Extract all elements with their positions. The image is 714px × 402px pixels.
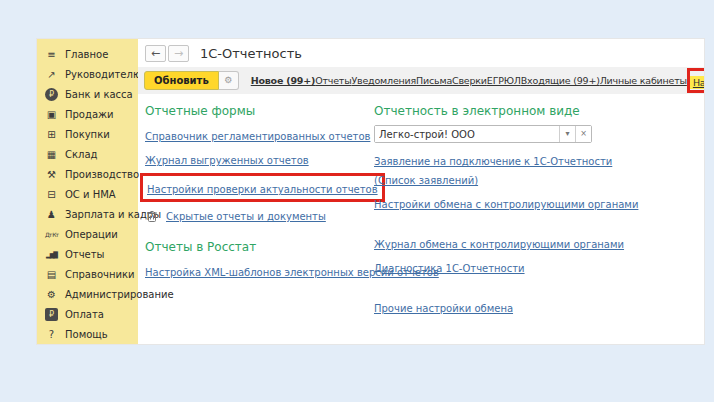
sidebar-item-label: Справочники <box>65 269 135 280</box>
tab-reconciliations[interactable]: Сверки <box>452 75 487 86</box>
tab-notifications[interactable]: Уведомления <box>351 75 416 86</box>
link-uploaded-reports-journal[interactable]: Журнал выгруженных отчетов <box>145 155 309 166</box>
link-report-relevance-check-settings[interactable]: Настройки проверки актуальности отчетов <box>147 184 378 195</box>
hidden-reports-row[interactable]: Скрытые отчеты и документы <box>145 210 374 223</box>
link-other-exchange-settings[interactable]: Прочие настройки обмена <box>374 303 513 314</box>
tab-reports[interactable]: Отчеты <box>315 75 351 86</box>
settings-tab-annotation-box: Настройки <box>687 68 704 93</box>
link-regulated-reports-directory[interactable]: Справочник регламентированных отчетов <box>145 131 370 142</box>
section-title-report-forms: Отчетные формы <box>145 104 374 118</box>
help-icon: ? <box>45 328 58 341</box>
link-1c-reporting-diagnostics[interactable]: Диагностика 1С-Отчетности <box>374 263 525 274</box>
report-forms-column: Отчетные формы Справочник регламентирова… <box>145 101 374 321</box>
link-applications-list[interactable]: (Список заявлений) <box>374 175 478 186</box>
sidebar-item-label: Оплата <box>65 309 104 320</box>
trash-icon <box>146 210 158 223</box>
purchases-icon: ⊞ <box>45 128 58 141</box>
sidebar-item-production[interactable]: ⚒ Производство <box>37 164 138 184</box>
gear-icon: ⚙ <box>45 288 58 301</box>
refresh-button[interactable]: Обновить <box>144 71 219 90</box>
sidebar-item-label: Производство <box>65 169 139 180</box>
sidebar-item-label: Покупки <box>65 129 110 140</box>
sidebar-item-label: Банк и касса <box>65 89 133 100</box>
refresh-settings-gear-icon[interactable]: ⚙ <box>219 71 239 90</box>
sidebar-item-directories[interactable]: ▤ Справочники <box>37 264 138 284</box>
forward-button[interactable]: → <box>168 45 189 62</box>
sidebar-item-payment[interactable]: ₽ Оплата <box>37 304 138 324</box>
clear-icon[interactable]: × <box>575 126 591 142</box>
tab-letters[interactable]: Письма <box>416 75 452 86</box>
sidebar-item-label: ОС и НМА <box>65 189 116 200</box>
link-exchange-journal-authorities[interactable]: Журнал обмена с контролирующими органами <box>374 239 624 250</box>
sidebar-item-warehouse[interactable]: ▦ Склад <box>37 144 138 164</box>
bank-icon: ₽ <box>45 88 58 101</box>
sidebar-item-label: Отчеты <box>65 249 104 260</box>
sidebar-item-bank-cash[interactable]: ₽ Банк и касса <box>37 84 138 104</box>
app-window: ≡ Главное ↗ Руководителю ₽ Банк и касса … <box>36 38 705 345</box>
link-connection-application[interactable]: Заявление на подключение к 1С-Отчетности <box>374 156 612 167</box>
navigation-row: ← → 1С-Отчетность <box>138 39 704 67</box>
person-icon: ♟ <box>45 208 58 221</box>
bar-chart-icon: ▂▆█ <box>45 248 58 261</box>
production-icon: ⚒ <box>45 168 58 181</box>
sidebar-item-operations[interactable]: Дт Кт Операции <box>37 224 138 244</box>
sidebar-item-label: Руководителю <box>65 69 141 80</box>
link-exchange-settings-authorities[interactable]: Настройки обмена с контролирующими орган… <box>374 199 638 210</box>
sidebar-item-label: Главное <box>65 49 108 60</box>
sidebar-item-administration[interactable]: ⚙ Администрирование <box>37 284 138 304</box>
tab-personal-accounts[interactable]: Личные кабинеты <box>600 75 687 86</box>
chart-trend-icon: ↗ <box>45 68 58 81</box>
sidebar-item-reports[interactable]: ▂▆█ Отчеты <box>37 244 138 264</box>
back-button[interactable]: ← <box>145 45 166 62</box>
sidebar-item-purchases[interactable]: ⊞ Покупки <box>37 124 138 144</box>
payment-icon: ₽ <box>45 308 58 321</box>
sales-icon: ▣ <box>45 108 58 121</box>
section-title-rosstat-reports: Отчеты в Росстат <box>145 240 374 254</box>
section-title-electronic-reporting: Отчетность в электронном виде <box>374 104 704 118</box>
menu-icon: ≡ <box>45 48 58 61</box>
sidebar-item-manager[interactable]: ↗ Руководителю <box>37 64 138 84</box>
sidebar-item-label: Операции <box>65 229 118 240</box>
command-toolbar: Обновить ⚙ Новое (99+) Отчеты Уведомлени… <box>138 67 704 94</box>
main-area: ← → 1С-Отчетность Обновить ⚙ Новое (99+)… <box>138 39 704 344</box>
organization-combo: ▾ × <box>374 125 592 143</box>
sidebar-item-main[interactable]: ≡ Главное <box>37 44 138 64</box>
toolbar-tabs: Новое (99+) Отчеты Уведомления Письма Св… <box>251 68 704 93</box>
sidebar-item-help[interactable]: ? Помощь <box>37 324 138 344</box>
content-area: Отчетные формы Справочник регламентирова… <box>138 94 704 321</box>
sidebar-item-label: Продажи <box>65 109 114 120</box>
electronic-reporting-column: Отчетность в электронном виде ▾ × Заявле… <box>374 101 704 321</box>
debit-credit-icon: Дт Кт <box>45 228 58 241</box>
fixed-assets-icon: ⊟ <box>45 188 58 201</box>
tab-egrul[interactable]: ЕГРЮЛ <box>487 75 521 86</box>
chevron-down-icon[interactable]: ▾ <box>559 126 575 142</box>
sidebar: ≡ Главное ↗ Руководителю ₽ Банк и касса … <box>37 39 138 344</box>
sidebar-item-sales[interactable]: ▣ Продажи <box>37 104 138 124</box>
sidebar-item-fixed-assets[interactable]: ⊟ ОС и НМА <box>37 184 138 204</box>
sidebar-item-label: Склад <box>65 149 97 160</box>
book-icon: ▤ <box>45 268 58 281</box>
tab-settings[interactable]: Настройки <box>690 76 704 89</box>
sidebar-item-salary-hr[interactable]: ♟ Зарплата и кадры <box>37 204 138 224</box>
tab-incoming[interactable]: Входящие (99+) <box>521 75 600 86</box>
organization-input[interactable] <box>375 126 559 142</box>
sidebar-item-label: Помощь <box>65 329 108 340</box>
tab-new[interactable]: Новое (99+) <box>251 75 315 86</box>
link-hidden-reports-documents[interactable]: Скрытые отчеты и документы <box>166 211 326 222</box>
page-title: 1С-Отчетность <box>200 46 302 61</box>
relevance-check-annotation-box: Настройки проверки актуальности отчетов <box>140 173 385 202</box>
warehouse-icon: ▦ <box>45 148 58 161</box>
